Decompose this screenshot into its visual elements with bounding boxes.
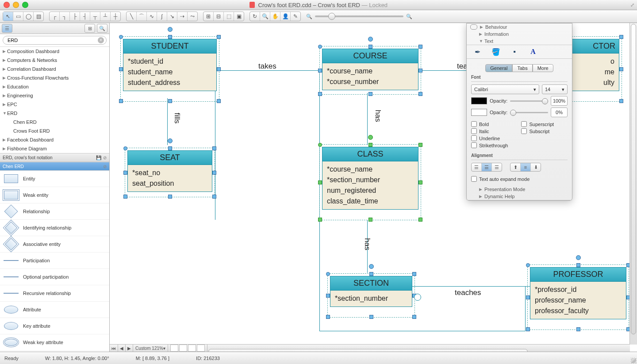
tree-tool-3[interactable]: ├ — [70, 12, 80, 21]
view-mode-3[interactable] — [188, 345, 196, 352]
library-item[interactable]: Participation — [0, 253, 109, 269]
tree-item[interactable]: ▶Education — [0, 82, 109, 91]
tree-tool-7[interactable]: ┼ — [111, 12, 120, 21]
zoom-in-icon[interactable]: 🔍 — [406, 14, 412, 19]
subtab-tabs[interactable]: Tabs — [512, 64, 532, 72]
align-top[interactable]: ⬆ — [510, 163, 521, 171]
pointer-tool[interactable]: ↖ — [3, 12, 13, 21]
connector[interactable] — [215, 70, 215, 220]
inspector-section-behaviour[interactable]: ▶Behaviour — [467, 23, 572, 31]
view-mode-1[interactable] — [170, 345, 178, 352]
search-clear-icon[interactable]: × — [98, 37, 104, 43]
page-nav-first[interactable]: ⏮ — [110, 345, 118, 352]
zoom-tool[interactable]: 🔍 — [260, 12, 270, 21]
curve-tool[interactable]: ∿ — [147, 12, 157, 21]
opacity-value-1[interactable]: 100% — [551, 96, 568, 106]
page-nav-prev[interactable]: ◀ — [118, 345, 126, 352]
close-lib-icon[interactable]: ⊘ — [103, 164, 107, 169]
spline-tool[interactable]: ∫ — [157, 12, 167, 21]
connector[interactable] — [525, 286, 526, 331]
search-input[interactable] — [3, 36, 107, 45]
bucket-style-icon[interactable]: 🪣 — [490, 47, 502, 57]
library-item[interactable]: Associative entity — [0, 236, 109, 253]
sidebar-tab-library[interactable]: ☰ — [2, 24, 12, 33]
tree-item[interactable]: ▶Facebook Dashboard — [0, 135, 109, 144]
library-item[interactable]: Optional participation — [0, 269, 109, 285]
resize-grip[interactable] — [631, 358, 636, 363]
rotate-handle[interactable] — [168, 138, 173, 143]
tree-item[interactable]: ▶Computers & Networks — [0, 56, 109, 65]
strike-checkbox[interactable]: Strikethrough — [471, 142, 508, 148]
view-mode-4[interactable] — [197, 345, 205, 352]
inspector-section-information[interactable]: ▶Information — [467, 31, 572, 38]
bold-checkbox[interactable]: Bold — [471, 121, 508, 127]
refresh-tool[interactable]: ↻ — [250, 12, 260, 21]
font-family-select[interactable]: Calibri▾ — [471, 84, 539, 94]
ungroup-tool[interactable]: ⊟ — [214, 12, 224, 21]
text-tool[interactable]: ▤ — [34, 12, 43, 21]
tree-item[interactable]: ▼ERD — [0, 109, 109, 118]
front-tool[interactable]: ⬚ — [224, 12, 234, 21]
sidebar-tab-search[interactable]: 🔍 — [97, 24, 107, 33]
zoom-out-icon[interactable]: 🔍 — [306, 14, 312, 19]
zoom-slider[interactable] — [315, 15, 403, 17]
tree-item[interactable]: ▶Fishbone Diagram — [0, 144, 109, 153]
view-mode-2[interactable] — [179, 345, 187, 352]
vertical-scrollbar[interactable] — [629, 23, 637, 345]
bg-color-swatch[interactable] — [471, 109, 487, 116]
align-bottom[interactable]: ⬇ — [531, 163, 541, 171]
library-item[interactable]: Weak key attribute — [0, 334, 109, 351]
library-item[interactable]: Derived attribute — [0, 351, 109, 352]
back-tool[interactable]: ▣ — [234, 12, 244, 21]
inspector-section-dynhelp[interactable]: ▶Dynamic Help — [467, 193, 572, 200]
font-style-icon[interactable]: A — [527, 47, 539, 57]
library-item[interactable]: Identifying relationship — [0, 220, 109, 236]
rotate-handle[interactable] — [576, 255, 581, 260]
entity-student[interactable]: STUDENT *student_id student_name student… — [123, 39, 217, 91]
conn-tool-1[interactable]: ↘ — [167, 12, 177, 21]
tree-item[interactable]: ▶Cross-Functional Flowcharts — [0, 73, 109, 82]
tree-tool-4[interactable]: ┤ — [80, 12, 90, 21]
text-color-swatch[interactable] — [471, 97, 487, 104]
ellipse-tool[interactable]: ◯ — [23, 12, 34, 21]
pen-style-icon[interactable]: ✒ — [471, 47, 484, 57]
conn-tool-3[interactable]: ⤳ — [188, 12, 197, 21]
tree-item[interactable]: ▶EPC — [0, 100, 109, 109]
rotate-handle[interactable] — [369, 264, 374, 269]
tree-item-child[interactable]: Crows Foot ERD — [0, 126, 109, 135]
tree-tool-2[interactable]: ┐ — [60, 12, 70, 21]
close-lib-icon[interactable]: ⊘ — [103, 155, 107, 160]
superscript-checkbox[interactable]: Superscript — [521, 121, 554, 127]
opacity-slider-2[interactable] — [510, 112, 548, 113]
library-item[interactable]: Attribute — [0, 302, 109, 318]
align-left[interactable]: ☰ — [472, 163, 482, 171]
sidebar-tab-grid[interactable]: ⊞ — [84, 24, 95, 33]
tree-item[interactable]: ▶Correlation Dashboard — [0, 65, 109, 73]
entity-class[interactable]: CLASS *course_name *section_number num_r… — [322, 147, 418, 210]
entity-section[interactable]: SECTION *section_number — [330, 276, 412, 307]
underline-checkbox[interactable]: Underline — [471, 135, 508, 141]
entity-professor[interactable]: PROFESSOR *professor_id professor_name p… — [530, 267, 626, 319]
rect-tool[interactable]: ▭ — [13, 12, 23, 21]
library-header-crowsfoot[interactable]: ERD, crow's foot notation 💾 ⊘ — [0, 153, 109, 162]
library-item[interactable]: Weak entity — [0, 187, 109, 203]
shadow-style-icon[interactable]: ▪ — [508, 47, 521, 57]
rotate-handle[interactable] — [368, 135, 373, 140]
page-nav-next[interactable]: ▶ — [126, 345, 133, 352]
subtab-general[interactable]: General — [485, 64, 512, 72]
subscript-checkbox[interactable]: Subscript — [521, 128, 554, 134]
connector[interactable] — [319, 70, 320, 331]
rotate-handle[interactable] — [368, 37, 373, 42]
connector[interactable] — [319, 331, 526, 331]
align-middle[interactable]: ≡ — [521, 163, 531, 171]
library-item[interactable]: Key attribute — [0, 318, 109, 334]
zoom-display[interactable]: Custom 121% ▾ — [133, 345, 168, 352]
tree-tool-5[interactable]: ┬ — [90, 12, 100, 21]
italic-checkbox[interactable]: Italic — [471, 128, 508, 134]
library-item[interactable]: Relationship — [0, 203, 109, 220]
arc-tool[interactable]: ⌒ — [137, 12, 147, 21]
rotate-handle[interactable] — [168, 27, 173, 32]
eyedrop-tool[interactable]: 👤 — [280, 12, 291, 21]
hand-tool[interactable]: ✋ — [270, 12, 280, 21]
inspector-section-text[interactable]: ▼Text — [467, 38, 572, 45]
